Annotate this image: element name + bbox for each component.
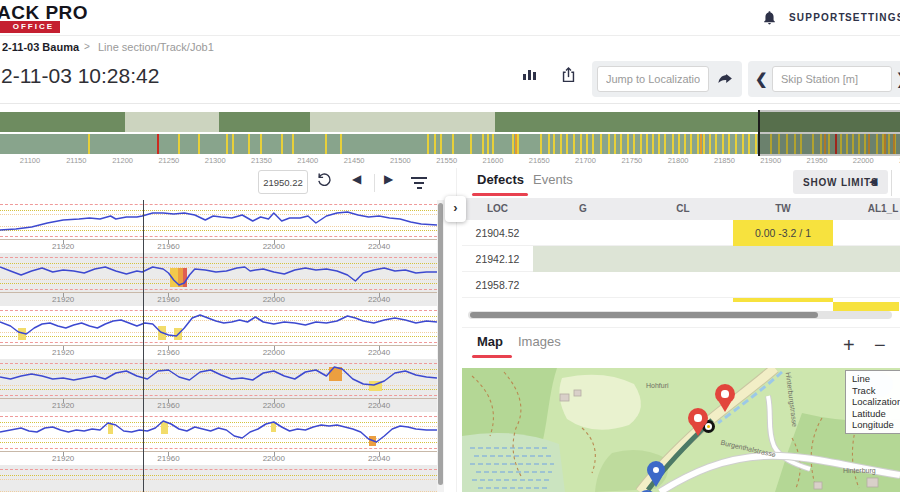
overview-axis-label: 21350 [244, 156, 278, 165]
table-row[interactable]: 21958.72 [462, 272, 900, 298]
overview-axis-label: 22050 [893, 156, 900, 165]
column-header-tw[interactable]: TW [733, 198, 833, 220]
chart-view-icon[interactable] [522, 66, 538, 86]
strip-charts[interactable]: 2192021960220002204021920219602200022040… [0, 200, 437, 492]
breadcrumb-root[interactable]: 2-11-03 Bauma [2, 41, 79, 53]
nav-support[interactable]: SUPPORT [789, 12, 846, 23]
column-header-al1_l[interactable]: AL1_L [833, 198, 900, 220]
chart-x-axis: 21920219602200022040 [0, 399, 437, 412]
step-back-icon[interactable]: ◀ [352, 172, 361, 186]
breadcrumb-separator: > [84, 41, 90, 52]
skip-forward-chevron-icon[interactable]: ❯ [896, 70, 900, 88]
collapse-panel-icon[interactable]: ◀ [869, 175, 877, 188]
x-tick-label: 21920 [46, 295, 80, 304]
map-legend: LineTrackLocalization [nLatitudeLongitud… [845, 370, 900, 434]
overview-defect-tick-yellow [178, 134, 180, 154]
x-tick-label: 22000 [257, 242, 291, 251]
overview-defect-tick-yellow [512, 134, 514, 154]
chart-plot-area [0, 465, 437, 492]
chart-strip-channel-5[interactable]: 21920219602200022040 [0, 412, 437, 465]
tab-events[interactable]: Events [533, 172, 573, 187]
cell-loc: 21959.02 [462, 298, 533, 302]
overview-defect-tick-yellow [260, 134, 262, 154]
overview-defect-tick-yellow [728, 134, 730, 154]
map-base-layer [462, 368, 900, 492]
chart-strip-channel-1[interactable]: 21920219602200022040 [0, 200, 437, 253]
overview-defect-tick-yellow [292, 134, 294, 154]
overview-axis-label: 21500 [383, 156, 417, 165]
overview-axis-label: 21400 [291, 156, 325, 165]
station-input[interactable] [258, 170, 308, 194]
overview-window-overlay[interactable] [758, 110, 900, 156]
pin-tail [650, 477, 662, 487]
x-tick-label: 22000 [257, 348, 291, 357]
tab-map[interactable]: Map [477, 334, 503, 349]
cell-al1_l [833, 220, 900, 246]
breadcrumb-path[interactable]: Line section/Track/Job1 [98, 41, 214, 53]
overview-defect-tick-yellow [487, 134, 489, 154]
cell-g [533, 298, 633, 302]
jump-arrow-icon[interactable] [717, 70, 734, 91]
overview-segment[interactable] [219, 112, 310, 132]
skip-station-input[interactable] [772, 66, 892, 92]
map-zoom-out-button[interactable]: − [874, 334, 886, 357]
export-share-icon[interactable] [560, 66, 577, 88]
jump-to-localization-input[interactable] [597, 66, 709, 92]
tab-defects[interactable]: Defects [477, 172, 524, 187]
map-canvas[interactable]: HohfuriBurgenthalstrasseHinterburgHinter… [462, 368, 900, 492]
overview-defect-tick-yellow [640, 134, 642, 154]
filter-icon[interactable] [410, 174, 428, 189]
table-row[interactable]: 21904.520.00 -3.2 / 1 [462, 220, 900, 246]
app-root: { "header": { "logo_text": "ACK PRO", "l… [0, 0, 900, 492]
chart-strip-channel-4[interactable]: 21920219602200022040 [0, 359, 437, 412]
overview-segment[interactable] [125, 112, 219, 132]
table-scrollbar-thumb[interactable] [470, 312, 818, 318]
reset-view-icon[interactable] [316, 171, 333, 191]
chart-strip-channel-6[interactable]: 21920219602200022040 [0, 465, 437, 492]
nav-settings[interactable]: SETTINGS [845, 12, 900, 23]
overview-defect-tick-yellow [492, 134, 494, 154]
legend-item: Track [852, 385, 900, 397]
notifications-bell-icon[interactable] [762, 9, 777, 30]
overview-defect-tick-yellow [573, 134, 575, 154]
pin-head [688, 408, 708, 428]
overview-segment[interactable] [0, 112, 125, 132]
chart-strip-channel-2[interactable]: 21920219602200022040 [0, 253, 437, 306]
chart-strip-channel-3[interactable]: 21920219602200022040 [0, 306, 437, 359]
column-header-cl[interactable]: CL [633, 198, 733, 220]
x-tick-label: 21960 [151, 295, 185, 304]
charts-vertical-scrollbar[interactable] [437, 200, 444, 492]
defects-table[interactable]: LOCGCLTWAL1_L21904.520.00 -3.2 / 121942.… [462, 198, 900, 302]
pin-tail [692, 426, 704, 436]
overview-defect-tick-yellow [340, 134, 342, 154]
chart-cursor-line[interactable] [143, 200, 144, 492]
overview-segment[interactable] [310, 112, 495, 132]
cell-cl [633, 246, 733, 272]
overview-defect-tick-yellow [664, 134, 666, 154]
jump-to-localization-group [592, 61, 742, 97]
limit-line [0, 479, 437, 480]
charts-scrollbar-thumb[interactable] [438, 203, 443, 485]
table-row[interactable]: 21942.12 [462, 246, 900, 272]
column-header-g[interactable]: G [533, 198, 633, 220]
overview-defect-tick-yellow [281, 134, 283, 154]
overview-defect-tick-yellow [715, 134, 717, 154]
overview-axis-label: 21600 [476, 156, 510, 165]
column-header-loc[interactable]: LOC [462, 198, 533, 220]
overview-defect-tick-yellow [517, 134, 519, 154]
map-card-divider [462, 327, 900, 328]
skip-back-chevron-icon[interactable]: ❮ [755, 70, 768, 88]
x-tick-label: 22040 [362, 242, 396, 251]
x-tick-label: 21960 [151, 401, 185, 410]
chart-x-axis: 21920219602200022040 [0, 452, 437, 465]
step-forward-icon[interactable]: ▶ [384, 172, 393, 186]
overview-axis-label: 21700 [569, 156, 603, 165]
tab-images[interactable]: Images [518, 334, 561, 349]
x-tick-label: 22000 [257, 401, 291, 410]
overview-defect-tick-yellow [703, 134, 705, 154]
x-tick-label: 21920 [46, 242, 80, 251]
overview-defect-tick-yellow [452, 134, 454, 154]
panel-expander-button[interactable]: › [445, 196, 466, 222]
map-zoom-in-button[interactable]: + [843, 334, 855, 357]
table-horizontal-scrollbar[interactable] [468, 311, 892, 319]
